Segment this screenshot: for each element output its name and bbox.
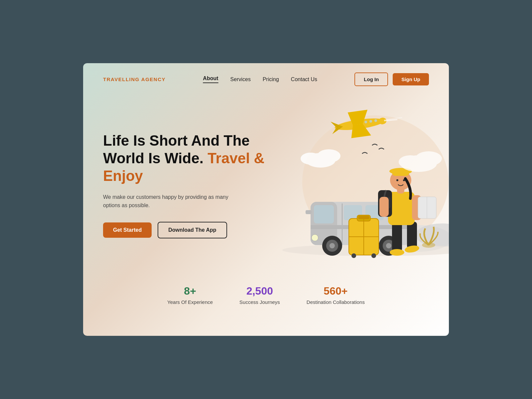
stats-section: 8+ Years Of Experience 2,500 Success Jou…	[83, 272, 449, 322]
hero-text: Life Is Short And The World Is Wide. Tra…	[103, 132, 266, 238]
svg-rect-37	[379, 197, 389, 217]
svg-rect-27	[392, 222, 402, 252]
svg-point-12	[312, 234, 318, 241]
svg-rect-24	[358, 216, 369, 219]
nav-item-services[interactable]: Services	[230, 76, 251, 82]
stat-destinations-label: Destination Collaborations	[307, 299, 365, 305]
hero-description: We make our customers happy by providing…	[103, 193, 243, 210]
stat-experience: 8+ Years Of Experience	[167, 285, 213, 305]
nav-item-pricing[interactable]: Pricing	[263, 76, 279, 82]
svg-point-16	[330, 243, 335, 248]
nav-link-services[interactable]: Services	[230, 76, 251, 82]
nav-item-about[interactable]: About	[203, 75, 218, 83]
hero-title-line1: Life Is Short And The	[103, 132, 250, 149]
svg-point-43	[403, 179, 405, 181]
svg-point-42	[396, 179, 398, 181]
svg-point-19	[386, 243, 391, 248]
stat-experience-label: Years Of Experience	[167, 299, 213, 305]
navbar: TRAVELLING AGENCY About Services Pricing…	[83, 63, 449, 95]
hero-title: Life Is Short And The World Is Wide. Tra…	[103, 132, 266, 185]
hero-section: Life Is Short And The World Is Wide. Tra…	[83, 95, 449, 268]
nav-item-contact[interactable]: Contact Us	[291, 76, 317, 82]
stat-experience-number: 8+	[167, 285, 213, 297]
svg-point-56	[317, 149, 340, 163]
svg-rect-13	[306, 210, 312, 214]
travel-illustration	[259, 99, 449, 265]
download-app-button[interactable]: Download The App	[158, 222, 227, 238]
get-started-button[interactable]: Get Started	[103, 222, 152, 238]
nav-link-about[interactable]: About	[203, 75, 218, 83]
hero-illustration	[266, 105, 445, 265]
login-button[interactable]: Log In	[354, 72, 388, 86]
nav-links: About Services Pricing Contact Us	[203, 75, 317, 83]
stat-destinations-number: 560+	[307, 285, 365, 297]
stat-journeys: 2,500 Success Journeys	[239, 285, 280, 305]
svg-point-60	[399, 155, 422, 169]
stat-journeys-number: 2,500	[239, 285, 280, 297]
page-wrapper: TRAVELLING AGENCY About Services Pricing…	[83, 63, 449, 336]
brand-logo: TRAVELLING AGENCY	[103, 76, 166, 82]
hero-buttons: Get Started Download The App	[103, 222, 266, 238]
stat-journeys-label: Success Journeys	[239, 299, 280, 305]
svg-rect-6	[314, 205, 334, 223]
svg-point-29	[390, 249, 404, 256]
svg-point-25	[351, 253, 356, 258]
nav-buttons: Log In Sign Up	[354, 72, 429, 86]
stat-destinations: 560+ Destination Collaborations	[307, 285, 365, 305]
svg-rect-28	[407, 222, 417, 248]
hero-title-line2: World Is Wide.	[103, 150, 203, 166]
svg-point-26	[371, 253, 376, 258]
nav-link-pricing[interactable]: Pricing	[263, 76, 279, 82]
nav-link-contact[interactable]: Contact Us	[291, 76, 317, 82]
svg-point-57	[301, 153, 321, 165]
signup-button[interactable]: Sign Up	[393, 73, 429, 85]
